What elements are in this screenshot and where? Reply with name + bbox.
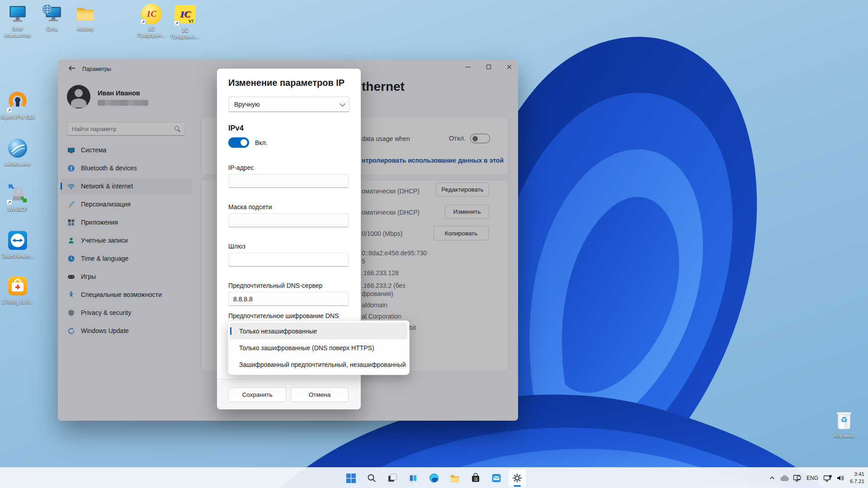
search-icon: [367, 474, 376, 483]
store-icon: [471, 473, 481, 483]
widgets-icon: [408, 473, 418, 483]
preferred-dns-label: Предпочтительный DNS-сервер: [228, 282, 322, 289]
ethernet-icon: [823, 474, 832, 482]
settings-gear-icon: [512, 473, 522, 483]
desktop-icon-winbox[interactable]: winbox.exe: [0, 138, 35, 167]
file-explorer-button[interactable]: [446, 469, 464, 487]
dropdown-option-encrypted-only[interactable]: Только зашифрованные (DNS поверх HTTPS): [230, 339, 407, 356]
desktop-icon-label: Сеть: [34, 26, 70, 32]
desktop-icon-this-pc[interactable]: Этот компьютер: [0, 4, 35, 39]
desktop-icon-1c-v7[interactable]: 1СV7 ↗ 1С Предприя...: [167, 4, 203, 40]
edge-button[interactable]: [425, 469, 443, 487]
file-explorer-icon: [450, 473, 460, 483]
clock-date: 6.7.21: [850, 478, 864, 485]
desktop-icon-label: 1С Предприя...: [167, 27, 203, 40]
ip-address-input[interactable]: [228, 174, 349, 188]
openvpn-icon: ↗: [7, 92, 28, 113]
ipv4-toggle-label: Вкл.: [255, 139, 268, 146]
start-button[interactable]: [342, 469, 360, 487]
desktop-icon-1tools[interactable]: 1Tools_v1.0...: [0, 276, 35, 305]
desktop-icon-1c-enterprise[interactable]: 1С ↗ 1С Предприя...: [134, 4, 169, 39]
1tools-icon: [7, 277, 28, 297]
desktop-icon-network[interactable]: Сеть: [34, 4, 70, 32]
windows-logo-icon: [346, 474, 356, 483]
desktop-icon-label: Корзина: [826, 432, 862, 439]
speaker-icon: [836, 474, 844, 482]
desktop-icon-label: winbox.exe: [0, 161, 35, 167]
onedrive-tray-icon[interactable]: [780, 474, 789, 482]
subnet-mask-label: Маска подсети: [228, 203, 272, 211]
volume-tray-icon[interactable]: [836, 474, 844, 482]
mail-button[interactable]: [487, 469, 505, 487]
desktop-icon-label: WinSCP: [0, 206, 35, 212]
tray-overflow-button[interactable]: [769, 474, 776, 482]
desktop-icon-andrey-folder[interactable]: Andrey: [68, 4, 103, 32]
this-pc-icon: [7, 4, 28, 24]
subnet-mask-input[interactable]: [228, 213, 349, 227]
language-indicator[interactable]: ENG: [806, 475, 819, 481]
taskbar-clock[interactable]: 3:41 6.7.21: [850, 471, 864, 485]
desktop-icon-label: TeamViewer...: [0, 253, 35, 259]
save-button[interactable]: Сохранить: [228, 387, 286, 402]
cancel-button[interactable]: Отмена: [291, 387, 349, 402]
taskbar-center-icons: [342, 468, 526, 488]
remote-pc-icon: [793, 474, 802, 482]
microsoft-store-button[interactable]: [467, 469, 485, 487]
winbox-icon: [7, 139, 28, 160]
dialog-footer: Сохранить Отмена: [217, 379, 361, 409]
ip-mode-selected-value: Вручную: [234, 101, 260, 108]
clock-time: 3:41: [850, 471, 864, 478]
folder-icon: [75, 4, 96, 24]
shortcut-arrow-icon: ↗: [6, 199, 12, 205]
dns-encryption-dropdown: Только незашифрованные Только зашифрован…: [228, 320, 410, 375]
gateway-label: Шлюз: [228, 243, 245, 250]
edit-ip-settings-dialog: Изменение параметров IP Вручную IPv4 Вкл…: [217, 69, 361, 409]
winscp-icon: ↗: [7, 184, 28, 205]
network-icon: [42, 4, 62, 24]
desktop-icon-teamviewer[interactable]: TeamViewer...: [0, 230, 35, 259]
dropdown-option-unencrypted[interactable]: Только незашифрованные: [230, 323, 407, 339]
desktop-icon-openvpn[interactable]: ↗ OpenVPN GUI: [0, 92, 35, 120]
cloud-icon: [780, 474, 789, 482]
desktop-icon-winscp[interactable]: ↗ WinSCP: [0, 184, 35, 212]
vm-tray-icon[interactable]: [793, 474, 802, 482]
desktop-icon-label: 1С Предприя...: [134, 26, 169, 39]
network-tray-icon[interactable]: [823, 474, 832, 482]
teamviewer-icon: [7, 231, 28, 252]
ipv4-section-label: IPv4: [228, 124, 244, 132]
shortcut-arrow-icon: ↗: [174, 20, 179, 26]
dialog-title: Изменение параметров IP: [228, 78, 344, 88]
dns-encryption-label: Предпочтительное шифрование DNS: [228, 312, 339, 319]
task-view-button[interactable]: [383, 469, 401, 487]
desktop-icon-label: 1Tools_v1.0...: [0, 299, 35, 305]
1c-v7-icon: 1СV7 ↗: [175, 5, 195, 26]
preferred-dns-input[interactable]: [228, 292, 349, 306]
1c-icon: 1С ↗: [141, 4, 162, 24]
desktop-icon-label: Этот компьютер: [0, 26, 35, 39]
gateway-input[interactable]: [228, 253, 349, 267]
search-button[interactable]: [363, 469, 381, 487]
chevron-up-icon: [769, 474, 776, 482]
edge-icon: [429, 473, 439, 483]
dropdown-option-encrypted-preferred[interactable]: Зашифрованный предпочтительный, незашифр…: [230, 356, 407, 373]
desktop-icon-label: OpenVPN GUI: [0, 114, 35, 120]
system-tray: ENG 3:41 6.7.21: [769, 468, 864, 488]
mail-icon: [491, 473, 501, 483]
settings-button[interactable]: [508, 469, 526, 487]
widgets-button[interactable]: [404, 469, 422, 487]
chevron-down-icon: [340, 101, 345, 107]
ip-address-label: IP-адрес: [228, 164, 254, 171]
taskbar: ENG 3:41 6.7.21: [0, 467, 868, 488]
ipv4-toggle[interactable]: [228, 137, 249, 148]
shortcut-arrow-icon: ↗: [140, 19, 146, 25]
desktop-icon-recycle-bin[interactable]: ♻ Корзина: [826, 410, 862, 439]
recycle-bin-icon: ♻: [834, 410, 854, 431]
desktop-icon-label: Andrey: [68, 26, 103, 32]
ip-mode-select[interactable]: Вручную: [228, 97, 349, 112]
task-view-icon: [387, 473, 397, 483]
shortcut-arrow-icon: ↗: [6, 107, 12, 113]
